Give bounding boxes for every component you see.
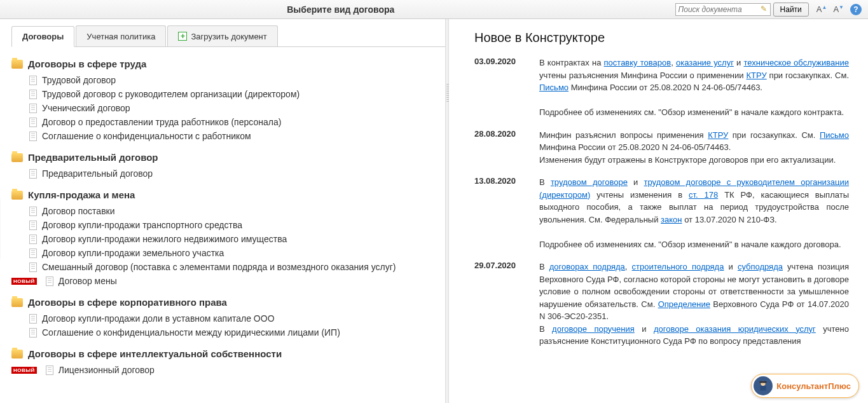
link[interactable]: договоре поручения xyxy=(552,324,635,334)
folder-title: Предварительный договор xyxy=(28,152,158,163)
folder-header[interactable]: Договоры в сфере интеллектуальной собств… xyxy=(11,348,445,359)
svg-rect-1 xyxy=(761,386,766,390)
doc-row: Договор купли-продажи нежилого недвижимо… xyxy=(29,232,445,246)
doc-item[interactable]: Ученический договор xyxy=(29,101,445,115)
new-badge: НОВЫЙ xyxy=(11,278,37,285)
doc-item[interactable]: НОВЫЙДоговор мены xyxy=(29,274,445,288)
doc-item[interactable]: Трудовой договор xyxy=(29,73,445,87)
doc-list: Договор купли-продажи доли в уставном ка… xyxy=(29,311,445,339)
doc-item[interactable]: Договор купли-продажи земельного участка xyxy=(29,246,445,260)
link[interactable]: техническое обслуживание xyxy=(743,58,849,67)
link[interactable]: оказание услуг xyxy=(676,58,734,67)
new-badge: НОВЫЙ xyxy=(11,367,37,374)
link[interactable]: трудовом договоре xyxy=(551,177,628,187)
doc-item[interactable]: Договор купли-продажи нежилого недвижимо… xyxy=(29,232,445,246)
folder-icon xyxy=(11,60,23,69)
doc-row: Ученический договор xyxy=(29,101,445,115)
doc-row: Предварительный договор xyxy=(29,167,445,181)
doc-item[interactable]: Смешанный договор (поставка с элементами… xyxy=(29,260,445,274)
document-icon xyxy=(29,221,37,230)
search-button[interactable]: Найти xyxy=(773,3,809,17)
main-area: ДоговорыУчетная политика+Загрузить докум… xyxy=(0,19,868,403)
folder-title: Договоры в сфере интеллектуальной собств… xyxy=(28,348,282,359)
doc-item[interactable]: Соглашение о конфиденциальности с работн… xyxy=(29,129,445,143)
folder-header[interactable]: Купля-продажа и мена xyxy=(11,189,445,200)
doc-list: Трудовой договорТрудовой договор с руков… xyxy=(29,73,445,143)
folder-header[interactable]: Договоры в сфере труда xyxy=(11,58,445,69)
link[interactable]: Письмо xyxy=(539,83,568,92)
link[interactable]: строительного подряда xyxy=(632,262,724,271)
document-icon xyxy=(29,118,37,127)
tab-0[interactable]: Договоры xyxy=(11,26,74,47)
news-date: 13.08.2020 xyxy=(474,176,527,250)
doc-item[interactable]: Договор купли-продажи транспортного сред… xyxy=(29,218,445,232)
link[interactable]: закон xyxy=(661,215,682,224)
news-list: 03.09.2020В контрактах на поставку товар… xyxy=(474,57,849,348)
doc-label: Соглашение о конфиденциальности между юр… xyxy=(42,327,340,338)
svg-rect-2 xyxy=(760,381,767,383)
tab-1[interactable]: Учетная политика xyxy=(76,25,166,46)
link[interactable]: поставку товаров xyxy=(604,58,672,67)
link[interactable]: договоре оказания юридических услуг xyxy=(654,324,816,334)
news-row: 03.09.2020В контрактах на поставку товар… xyxy=(474,57,849,119)
doc-row: Трудовой договор xyxy=(29,73,445,87)
link[interactable]: Определение xyxy=(658,299,710,309)
document-icon xyxy=(29,314,37,324)
folder-title: Договоры в сфере корпоративного права xyxy=(28,297,227,308)
doc-item[interactable]: Договор купли-продажи доли в уставном ка… xyxy=(29,311,445,325)
page-title: Выберите вид договора xyxy=(6,4,675,15)
doc-item[interactable]: Предварительный договор xyxy=(29,167,445,181)
link[interactable]: КТРУ xyxy=(708,130,728,140)
doc-item[interactable]: Трудовой договор с руководителем организ… xyxy=(29,87,445,101)
doc-label: Лицензионный договор xyxy=(59,365,155,375)
document-icon xyxy=(46,365,53,375)
doc-label: Предварительный договор xyxy=(42,168,153,179)
doc-label: Договор купли-продажи доли в уставном ка… xyxy=(42,313,275,324)
news-text: В трудовом договоре и трудовом договоре … xyxy=(539,176,849,250)
doc-item[interactable]: Договор о предоставлении труда работнико… xyxy=(29,115,445,129)
document-icon xyxy=(29,263,37,272)
folder-icon xyxy=(11,350,23,359)
doc-label: Смешанный договор (поставка с элементами… xyxy=(42,262,396,272)
document-icon xyxy=(29,169,37,179)
news-text: Минфин разъяснил вопросы применения КТРУ… xyxy=(539,129,849,167)
news-date: 03.09.2020 xyxy=(474,57,527,119)
folder-icon xyxy=(11,298,23,307)
tab-2[interactable]: +Загрузить документ xyxy=(167,25,277,46)
font-increase-button[interactable]: A▲ xyxy=(816,4,827,14)
doc-row: Трудовой договор с руководителем организ… xyxy=(29,87,445,101)
link[interactable]: ст. 178 xyxy=(689,190,718,200)
link[interactable]: субподряда xyxy=(738,262,783,271)
brand-badge[interactable]: КонсультантПлюс xyxy=(751,374,859,398)
news-date: 28.08.2020 xyxy=(474,129,527,167)
search-input[interactable] xyxy=(675,3,771,16)
doc-row: Соглашение о конфиденциальности между юр… xyxy=(29,325,445,339)
right-panel: Новое в Конструкторе 03.09.2020В контрак… xyxy=(449,19,868,403)
doc-list: НОВЫЙЛицензионный договор xyxy=(29,363,445,377)
doc-item[interactable]: Договор поставки xyxy=(29,204,445,218)
doc-row: НОВЫЙЛицензионный договор xyxy=(29,363,445,377)
folder: Договоры в сфере интеллектуальной собств… xyxy=(11,348,445,377)
doc-item[interactable]: Соглашение о конфиденциальности между юр… xyxy=(29,325,445,339)
news-date: 29.07.2020 xyxy=(474,261,527,348)
news-text: В контрактах на поставку товаров, оказан… xyxy=(539,57,849,119)
folder-header[interactable]: Договоры в сфере корпоративного права xyxy=(11,297,445,308)
brand-avatar-icon xyxy=(754,376,773,395)
news-text: В договорах подряда, строительного подря… xyxy=(539,261,849,348)
font-decrease-button[interactable]: A▼ xyxy=(833,4,844,14)
doc-item[interactable]: НОВЫЙЛицензионный договор xyxy=(29,363,445,377)
folder: Договоры в сфере трудаТрудовой договорТр… xyxy=(11,58,445,143)
news-row: 28.08.2020Минфин разъяснил вопросы приме… xyxy=(474,129,849,167)
plus-icon: + xyxy=(178,32,187,41)
document-icon xyxy=(29,104,37,113)
document-icon xyxy=(29,328,37,338)
help-icon[interactable]: ? xyxy=(850,4,862,15)
document-icon xyxy=(46,277,53,286)
doc-row: Договор купли-продажи земельного участка xyxy=(29,246,445,260)
link[interactable]: Письмо xyxy=(820,130,849,140)
doc-label: Договор о предоставлении труда работнико… xyxy=(42,117,281,127)
link[interactable]: договорах подряда xyxy=(549,262,625,271)
doc-label: Договор купли-продажи земельного участка xyxy=(42,248,224,258)
link[interactable]: КТРУ xyxy=(747,71,767,80)
folder-header[interactable]: Предварительный договор xyxy=(11,152,445,163)
